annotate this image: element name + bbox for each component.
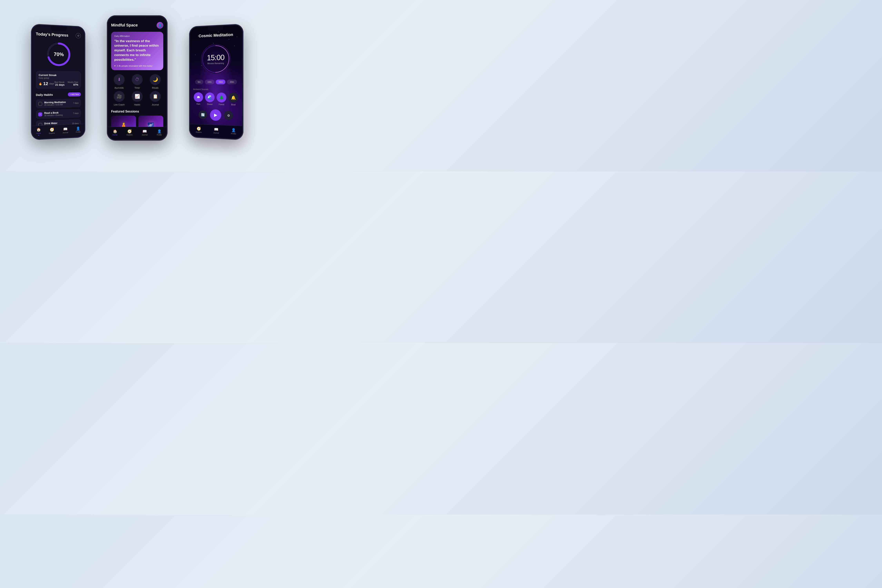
category-ayurvedic[interactable]: ⬇ Ayurvedic (111, 74, 127, 89)
category-rituals[interactable]: 🌙 Rituals (147, 74, 163, 89)
nav-profile-label-left: Profile (76, 131, 80, 133)
right-screen: Cosmic Meditation 15:00 Minutes Remainin… (190, 25, 242, 139)
notch-left (51, 26, 66, 31)
notch-right (208, 26, 224, 31)
ambient-ocean[interactable]: 🌊 Ocean (205, 92, 214, 105)
right-phone: Cosmic Meditation 15:00 Minutes Remainin… (189, 24, 243, 140)
progress-percent: 70% (46, 41, 71, 67)
category-timer[interactable]: ⏱ Timer (129, 74, 145, 89)
duration-15m[interactable]: 15m (216, 80, 225, 84)
category-journal[interactable]: 📋 Journal (147, 91, 163, 106)
habit-checkbox-morning[interactable] (38, 102, 42, 106)
user-avatar[interactable]: 👤 (157, 22, 163, 28)
rituals-icon: 🌙 (150, 74, 161, 85)
bowl-label: Bowl (231, 104, 236, 106)
cosmic-title: Cosmic Meditation (198, 32, 233, 38)
live-coach-label: Live Coach (114, 104, 124, 106)
resonance-text: 2.4k people resonated with this today (117, 64, 153, 67)
nav-active-dot-left (38, 135, 39, 135)
nav-explore-label-left: Explore (49, 132, 55, 134)
ocean-label: Ocean (207, 103, 213, 105)
repeat-button[interactable]: 🔄 (198, 110, 207, 119)
affirmation-label: Daily Affirmation (114, 35, 160, 37)
nav-home-left[interactable]: 🏠 Home (36, 127, 41, 136)
nav-profile-center[interactable]: 👤 Profile (157, 129, 162, 136)
page-title: Today's Progress (36, 32, 68, 38)
duration-5m[interactable]: 5m (195, 80, 203, 84)
explore-icon-center: 🧭 (128, 129, 132, 134)
nav-journal-label-left: Journal (63, 131, 68, 134)
streak-flame-icon: 🔥 (39, 82, 42, 85)
timer-display: 15:00 (207, 53, 224, 62)
ambient-rain[interactable]: 🌧 Rain (194, 92, 203, 105)
forest-icon: 🌲 (217, 93, 226, 102)
habit-info-morning: Morning Meditation 20 minutes • 6:00 AM (44, 100, 71, 106)
progress-ring-container: 70% (36, 40, 81, 67)
habit-checkbox-book[interactable]: ✓ (38, 112, 42, 116)
live-coach-icon: 🎥 (114, 91, 124, 102)
habit-days-morning: 7 days (73, 102, 79, 104)
habit-meta-morning: 20 minutes • 6:00 AM (44, 103, 71, 106)
habit-days-book: 7 days (73, 112, 79, 114)
home-icon-center: 🏠 (113, 129, 117, 134)
app-title: Mindful Space (111, 23, 138, 27)
best-streak-stat: Best Streak 21 days (54, 81, 64, 86)
bowl-icon: 🔔 (228, 93, 238, 103)
add-habit-button[interactable]: + Add New (68, 92, 81, 96)
journal-icon-center: 📖 (142, 129, 147, 134)
settings-icon[interactable]: ⚙ (76, 33, 81, 38)
left-screen: Today's Progress ⚙ 70% Current Str (32, 25, 84, 139)
forest-label: Forest (219, 103, 224, 106)
left-phone: Today's Progress ⚙ 70% Current Str (31, 24, 85, 140)
streak-current: 🔥 12 days (39, 81, 54, 86)
controls-row: 🔄 ▶ ⚙ (198, 109, 233, 121)
habit-item-morning[interactable]: Morning Meditation 20 minutes • 6:00 AM … (36, 99, 81, 108)
journal-category-label: Journal (152, 104, 159, 106)
explore-icon-left: 🧭 (50, 127, 54, 132)
affirmation-footer: ♥ 2.4k people resonated with this today (114, 64, 160, 67)
duration-row: 5m 10m 15m 20m (195, 80, 237, 84)
streak-days-unit: days (50, 82, 54, 85)
habit-item-book[interactable]: ✓ Read a Book 30 minutes • Evening 7 day… (36, 109, 81, 119)
heart-icon: ♥ (114, 64, 116, 67)
nav-home-label-left: Home (36, 132, 41, 134)
affirmation-card: Daily Affirmation "In the vastness of th… (111, 32, 163, 70)
timer-ring: 15:00 Minutes Remaining (200, 42, 232, 75)
nav-explore-label-center: Explore (127, 134, 133, 136)
play-button[interactable]: ▶ (210, 109, 221, 121)
center-header: Mindful Space 👤 (111, 22, 163, 28)
ambient-forest[interactable]: 🌲 Forest (217, 93, 226, 106)
ambient-sounds-row: 🌧 Rain 🌊 Ocean 🌲 Forest 🔔 (193, 92, 239, 106)
journal-category-icon: 📋 (150, 91, 161, 102)
nav-home-center[interactable]: 🏠 Home (113, 129, 117, 136)
rain-icon: 🌧 (194, 92, 203, 102)
nav-journal-center[interactable]: 📖 Journal (142, 129, 148, 136)
left-header: Today's Progress ⚙ (36, 31, 81, 38)
streak-section: Current Streak Keep going! 🔥 12 days Bes… (36, 70, 81, 89)
affirmation-text: "In the vastness of the universe, I find… (114, 39, 160, 62)
ambient-label: Ambient Sounds (193, 88, 208, 90)
timer-label: Timer (135, 87, 140, 89)
nav-journal-left[interactable]: 📖 Journal (63, 127, 68, 134)
weekly-rate-stat: Weekly Rate 87% (68, 81, 78, 86)
category-live-coach[interactable]: 🎥 Live Coach (111, 91, 127, 106)
center-phone: Mindful Space 👤 Daily Affirmation "In th… (107, 15, 168, 141)
nav-explore-left[interactable]: 🧭 Explore (49, 127, 55, 134)
ayurvedic-label: Ayurvedic (114, 87, 124, 89)
settings-button-right[interactable]: ⚙ (224, 111, 233, 120)
progress-ring: 70% (46, 41, 71, 67)
ayurvedic-icon: ⬇ (114, 74, 124, 85)
nav-explore-center[interactable]: 🧭 Explore (127, 129, 133, 136)
duration-20m[interactable]: 20m (227, 80, 237, 84)
home-icon-left: 🏠 (36, 127, 41, 132)
profile-icon-center: 👤 (157, 129, 162, 134)
categories-grid: ⬇ Ayurvedic ⏱ Timer 🌙 Rituals 🎥 Live Coa… (111, 74, 163, 106)
nav-profile-left[interactable]: 👤 Profile (76, 126, 80, 133)
right-content: Cosmic Meditation 15:00 Minutes Remainin… (190, 25, 242, 139)
duration-10m[interactable]: 10m (205, 80, 214, 84)
ocean-icon: 🌊 (205, 92, 214, 102)
category-habits[interactable]: 📈 Habits (129, 91, 145, 106)
ambient-bowl[interactable]: 🔔 Bowl (228, 93, 238, 106)
center-bottom-nav: 🏠 Home 🧭 Explore 📖 Journal 👤 Profile (108, 127, 166, 140)
rain-label: Rain (196, 103, 200, 105)
